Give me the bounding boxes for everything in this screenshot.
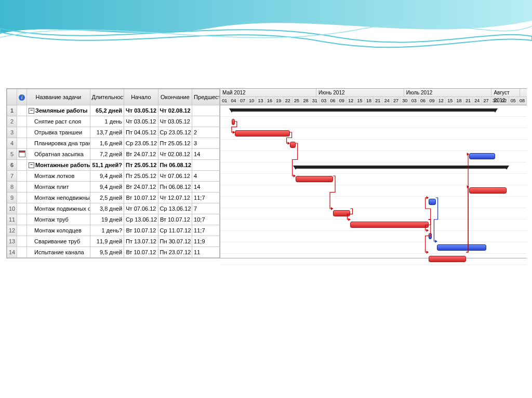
cell-pred[interactable]: 14: [192, 149, 220, 160]
cell-duration[interactable]: 3,8 дней: [90, 203, 124, 214]
col-header-name[interactable]: Название задачи: [27, 89, 90, 105]
cell-pred[interactable]: 11: [192, 247, 220, 258]
task-bar[interactable]: [437, 244, 486, 251]
summary-bar[interactable]: [232, 108, 495, 112]
cell-end[interactable]: Пн 06.08.12: [158, 182, 192, 193]
cell-pred[interactable]: 4: [192, 171, 220, 182]
cell-end[interactable]: Пт 25.05.12: [158, 138, 192, 149]
gantt-timeline-pane[interactable]: Май 2012Июнь 2012Июль 2012Август 2012 01…: [220, 89, 527, 258]
table-row[interactable]: 5Обратная засыпка7,2 днейВт 24.07.12Чт 0…: [7, 149, 220, 160]
table-row[interactable]: 6−Монтажные работы51,1 дней?Пт 25.05.12П…: [7, 160, 220, 171]
table-row[interactable]: 13Сваривание труб11,9 днейПт 13.07.12Пн …: [7, 236, 220, 247]
cell-duration[interactable]: 1 день: [90, 116, 124, 127]
summary-bar[interactable]: [296, 166, 507, 169]
cell-name[interactable]: Монтаж лотков: [27, 171, 90, 182]
task-bar[interactable]: [290, 142, 296, 148]
cell-name[interactable]: −Монтажные работы: [27, 160, 90, 171]
cell-start[interactable]: Ср 13.06.12: [124, 214, 158, 225]
cell-pred[interactable]: 10;7: [192, 214, 220, 225]
cell-pred[interactable]: 11;7: [192, 193, 220, 203]
cell-name[interactable]: Отрывка траншеи: [27, 127, 90, 138]
cell-start[interactable]: Пт 04.05.12: [124, 127, 158, 138]
cell-end[interactable]: Чт 02.08.12: [158, 105, 192, 116]
task-table[interactable]: i Название задачи Длительность Начало Ок…: [7, 89, 220, 258]
task-bar[interactable]: [429, 256, 466, 262]
cell-end[interactable]: Пн 30.07.12: [158, 236, 192, 247]
cell-pred[interactable]: [192, 116, 220, 127]
cell-pred[interactable]: 14: [192, 182, 220, 193]
cell-pred[interactable]: 11;7: [192, 225, 220, 236]
table-row[interactable]: 11Монтаж труб19 днейСр 13.06.12Вт 10.07.…: [7, 214, 220, 225]
table-row[interactable]: 8Монтаж плит9,4 днейВт 24.07.12Пн 06.08.…: [7, 182, 220, 193]
cell-end[interactable]: Чт 02.08.12: [158, 149, 192, 160]
task-table-pane[interactable]: i Название задачи Длительность Начало Ок…: [7, 89, 220, 258]
task-bar[interactable]: [429, 233, 432, 239]
table-row[interactable]: 12Монтаж колодцев1 день?Вт 10.07.12Ср 11…: [7, 225, 220, 236]
cell-start[interactable]: Вт 10.07.12: [124, 247, 158, 258]
cell-start[interactable]: Чт 03.05.12: [124, 116, 158, 127]
cell-end[interactable]: Вт 10.07.12: [158, 214, 192, 225]
cell-name[interactable]: Планировка дна тран: [27, 138, 90, 149]
task-bar[interactable]: [333, 210, 350, 216]
task-bar[interactable]: [429, 199, 436, 205]
cell-end[interactable]: Ср 13.06.12: [158, 203, 192, 214]
col-header-rownum[interactable]: [7, 89, 17, 105]
cell-start[interactable]: Вт 24.07.12: [124, 182, 158, 193]
cell-start[interactable]: Вт 10.07.12: [124, 193, 158, 203]
table-row[interactable]: 4Планировка дна тран1,6 днейСр 23.05.12П…: [7, 138, 220, 149]
cell-end[interactable]: Пн 23.07.12: [158, 247, 192, 258]
cell-duration[interactable]: 7,2 дней: [90, 149, 124, 160]
cell-start[interactable]: Ср 23.05.12: [124, 138, 158, 149]
cell-pred[interactable]: 11;9: [192, 236, 220, 247]
cell-duration[interactable]: 9,4 дней: [90, 171, 124, 182]
cell-name[interactable]: Монтаж труб: [27, 214, 90, 225]
cell-end[interactable]: Пн 06.08.12: [158, 160, 192, 171]
cell-start[interactable]: Пт 25.05.12: [124, 160, 158, 171]
cell-start[interactable]: Чт 03.05.12: [124, 105, 158, 116]
cell-duration[interactable]: 65,2 дней: [90, 105, 124, 116]
cell-duration[interactable]: 11,9 дней: [90, 236, 124, 247]
cell-end[interactable]: Чт 12.07.12: [158, 193, 192, 203]
cell-name[interactable]: Испытание канала: [27, 247, 90, 258]
cell-pred[interactable]: [192, 160, 220, 171]
table-row[interactable]: 3Отрывка траншеи13,7 днейПт 04.05.12Ср 2…: [7, 127, 220, 138]
cell-end[interactable]: Ср 11.07.12: [158, 225, 192, 236]
table-row[interactable]: 2Снятие раст слоя1 деньЧт 03.05.12Чт 03.…: [7, 116, 220, 127]
cell-pred[interactable]: [192, 105, 220, 116]
cell-start[interactable]: Вт 24.07.12: [124, 149, 158, 160]
outline-collapse-icon[interactable]: −: [29, 108, 34, 114]
cell-name[interactable]: Монтаж подвижных о: [27, 203, 90, 214]
cell-name[interactable]: Обратная засыпка: [27, 149, 90, 160]
table-row[interactable]: 10Монтаж подвижных о3,8 днейЧт 07.06.12С…: [7, 203, 220, 214]
cell-duration[interactable]: 9,5 дней: [90, 247, 124, 258]
cell-start[interactable]: Чт 07.06.12: [124, 203, 158, 214]
task-bar[interactable]: [350, 222, 428, 228]
cell-name[interactable]: Монтаж неподвижны: [27, 193, 90, 203]
cell-start[interactable]: Пт 25.05.12: [124, 171, 158, 182]
col-header-start[interactable]: Начало: [124, 89, 158, 105]
cell-end[interactable]: Чт 03.05.12: [158, 116, 192, 127]
col-header-pred[interactable]: Предшеств: [192, 89, 220, 105]
cell-end[interactable]: Ср 23.05.12: [158, 127, 192, 138]
cell-pred[interactable]: 7: [192, 203, 220, 214]
cell-pred[interactable]: 3: [192, 138, 220, 149]
cell-pred[interactable]: 2: [192, 127, 220, 138]
col-header-end[interactable]: Окончание: [158, 89, 192, 105]
cell-duration[interactable]: 1 день?: [90, 225, 124, 236]
cell-duration[interactable]: 1,6 дней: [90, 138, 124, 149]
cell-start[interactable]: Пт 13.07.12: [124, 236, 158, 247]
cell-duration[interactable]: 13,7 дней: [90, 127, 124, 138]
table-row[interactable]: 7Монтаж лотков9,4 днейПт 25.05.12Чт 07.0…: [7, 171, 220, 182]
table-row[interactable]: 14Испытание канала9,5 днейВт 10.07.12Пн …: [7, 247, 220, 258]
table-row[interactable]: 1−Земляные работы65,2 днейЧт 03.05.12Чт …: [7, 105, 220, 116]
cell-name[interactable]: Снятие раст слоя: [27, 116, 90, 127]
task-bar[interactable]: [232, 119, 235, 125]
cell-start[interactable]: Вт 10.07.12: [124, 225, 158, 236]
cell-name[interactable]: Сваривание труб: [27, 236, 90, 247]
cell-duration[interactable]: 2,5 дней: [90, 193, 124, 203]
cell-duration[interactable]: 9,4 дней: [90, 182, 124, 193]
task-bar[interactable]: [469, 153, 495, 159]
cell-name[interactable]: −Земляные работы: [27, 105, 90, 116]
cell-duration[interactable]: 51,1 дней?: [90, 160, 124, 171]
outline-collapse-icon[interactable]: −: [29, 162, 34, 168]
